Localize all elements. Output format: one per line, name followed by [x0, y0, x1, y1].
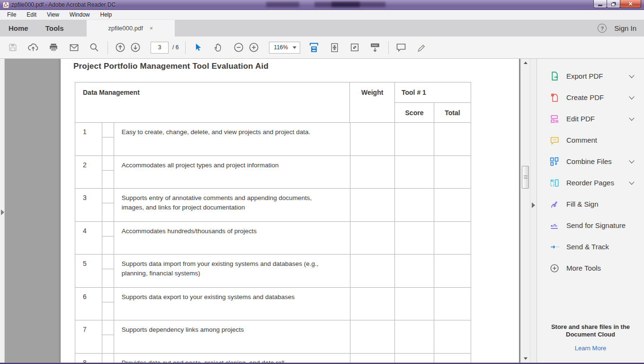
window-titlebar: zpfile000.pdf - Adobe Acrobat Reader DC …: [0, 0, 644, 10]
menu-window[interactable]: Window: [64, 10, 95, 19]
sidebar-item-reorder-pages[interactable]: Reorder Pages: [537, 172, 644, 193]
learn-more-link[interactable]: Learn More: [575, 345, 606, 352]
row-number: 7: [75, 320, 102, 353]
weight-cell: [350, 189, 395, 221]
row-marker-cell: [102, 156, 114, 189]
chevron-down-icon[interactable]: [629, 115, 634, 120]
triangle-up-icon: [524, 62, 528, 64]
menu-view[interactable]: View: [42, 10, 64, 19]
share-button[interactable]: [26, 40, 40, 55]
row-description: Provides data cut and paste, project clo…: [114, 354, 350, 363]
minimize-button[interactable]: [593, 0, 607, 8]
tab-close-icon[interactable]: ×: [150, 26, 153, 31]
chevron-down-icon: [293, 46, 296, 49]
page-down-icon: [130, 42, 141, 53]
zoom-out-button[interactable]: [232, 40, 246, 55]
tab-tools[interactable]: Tools: [37, 20, 72, 36]
row-number: 1: [75, 123, 102, 155]
row-marker-cell: [102, 354, 114, 363]
hand-tool-button[interactable]: [211, 40, 225, 55]
row-description: Easy to create, change, delete, and view…: [114, 123, 350, 155]
zoom-level-select[interactable]: 116%: [269, 42, 300, 54]
row-marker-cell: [102, 320, 114, 353]
cursor-icon: [193, 43, 203, 52]
sidebar-item-combine-files[interactable]: Combine Files: [537, 151, 644, 172]
export-pdf-icon: [549, 71, 560, 82]
zoom-in-button[interactable]: [247, 40, 261, 55]
save-button[interactable]: [6, 40, 20, 55]
email-button[interactable]: [67, 40, 81, 55]
previous-page-button[interactable]: [113, 40, 127, 55]
sidebar-item-label: Edit PDF: [566, 115, 595, 123]
menu-help[interactable]: Help: [95, 10, 117, 19]
tools-panel-strip: [530, 59, 537, 363]
total-cell: [434, 123, 471, 155]
toolbar-separator: [388, 41, 389, 54]
tab-home[interactable]: Home: [0, 20, 37, 36]
navigation-pane-toggle[interactable]: [1, 209, 4, 215]
sidebar-item-fill-sign[interactable]: Fill & Sign: [537, 193, 644, 215]
save-icon: [8, 42, 18, 53]
actual-size-button[interactable]: [348, 40, 362, 55]
fit-page-icon: [329, 42, 340, 53]
tab-document[interactable]: zpfile000.pdf ×: [87, 20, 175, 36]
menu-edit[interactable]: Edit: [21, 10, 42, 19]
row-marker-cell: [102, 189, 114, 221]
row-marker-cell: [102, 288, 114, 320]
page-number-input[interactable]: 3: [151, 42, 169, 54]
edit-pdf-icon: [549, 114, 560, 124]
toolbar-separator: [185, 41, 186, 54]
sidebar-item-send-for-signature[interactable]: Send for Signature: [537, 215, 644, 236]
sidebar-item-export-pdf[interactable]: Export PDF: [537, 65, 644, 87]
chevron-down-icon[interactable]: [629, 94, 634, 99]
total-cell: [434, 320, 471, 353]
search-button[interactable]: [87, 40, 101, 55]
chevron-down-icon[interactable]: [629, 158, 634, 163]
sidebar-item-edit-pdf[interactable]: Edit PDF: [537, 108, 644, 129]
fit-width-button[interactable]: [307, 40, 321, 55]
scrollbar-grip: [524, 175, 528, 179]
create-pdf-icon: [549, 92, 560, 103]
total-cell: [434, 255, 471, 287]
table-body: 1Easy to create, change, delete, and vie…: [75, 123, 471, 363]
help-icon[interactable]: ?: [598, 24, 607, 33]
sign-in-button[interactable]: Sign In: [614, 24, 636, 32]
sidebar-item-label: More Tools: [566, 264, 601, 272]
scroll-up-button[interactable]: [521, 59, 530, 66]
sidebar-item-label: Export PDF: [566, 72, 603, 80]
score-cell: [395, 354, 434, 363]
table-row: 5Supports data import from your existing…: [75, 255, 471, 288]
tools-sidebar: Export PDF Create PDF Edit PDF Comment: [537, 59, 644, 363]
scroll-down-button[interactable]: [521, 355, 530, 362]
select-tool-button[interactable]: [191, 40, 205, 55]
restore-icon: [611, 3, 615, 6]
scrollbar-thumb[interactable]: [522, 166, 529, 189]
header-section: Data Management: [75, 82, 350, 122]
next-page-button[interactable]: [128, 40, 143, 55]
row-description: Accommodates all project types and proje…: [114, 156, 350, 189]
tools-panel-toggle[interactable]: [532, 202, 535, 208]
close-button[interactable]: ✕: [620, 0, 641, 8]
print-button[interactable]: [46, 40, 61, 55]
fit-page-button[interactable]: [327, 40, 341, 55]
menu-file[interactable]: File: [2, 10, 21, 19]
toolbar-separator: [107, 41, 108, 54]
header-weight: Weight: [350, 82, 395, 122]
restore-button[interactable]: [607, 0, 620, 8]
chevron-down-icon[interactable]: [629, 179, 634, 184]
display-settings-button[interactable]: [368, 40, 382, 55]
sidebar-item-create-pdf[interactable]: Create PDF: [537, 87, 644, 108]
table-row: 7Supports dependency links among project…: [75, 320, 471, 354]
weight-cell: [350, 123, 395, 155]
chevron-down-icon[interactable]: [629, 73, 634, 78]
sidebar-item-more-tools[interactable]: More Tools: [537, 257, 644, 279]
vertical-scrollbar[interactable]: [520, 59, 530, 363]
highlight-button[interactable]: [414, 40, 429, 55]
expand-icon: [349, 42, 360, 53]
sidebar-item-comment[interactable]: Comment: [537, 129, 644, 151]
comment-button[interactable]: [394, 40, 408, 55]
sidebar-item-send-track[interactable]: Send & Track: [537, 236, 644, 257]
print-icon: [48, 42, 59, 53]
table-row: 4Accommodates hundreds/thousands of proj…: [75, 222, 471, 255]
row-description: Supports entry of annotative comments an…: [114, 189, 350, 221]
